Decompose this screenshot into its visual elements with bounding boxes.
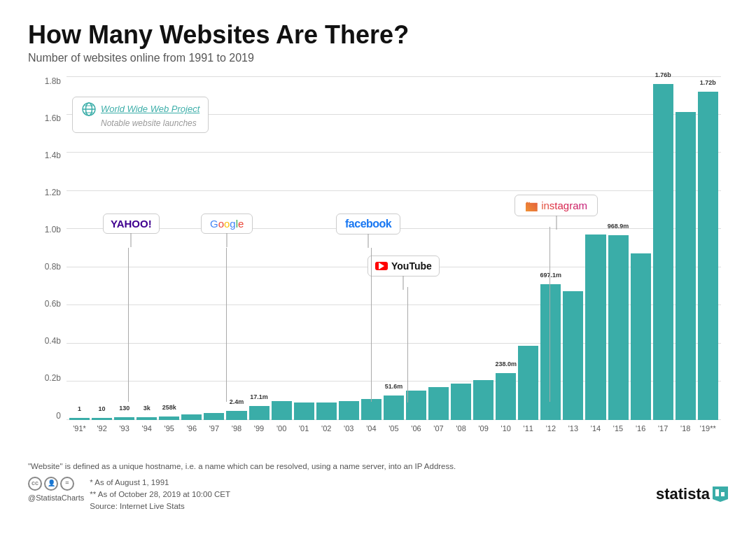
bar-group <box>406 77 426 420</box>
svg-marker-6 <box>713 499 728 502</box>
x-label: '00 <box>272 424 292 433</box>
x-label: '04 <box>361 424 382 433</box>
legend-sublabel: Notable website launches <box>81 118 200 128</box>
bar <box>451 384 471 419</box>
x-label: '10 <box>496 424 516 433</box>
y-label-08: 0.8b <box>45 262 61 271</box>
bar <box>585 234 606 420</box>
bar-value-label: 258k <box>162 404 176 411</box>
svg-rect-8 <box>721 492 724 496</box>
bar-group <box>451 77 471 420</box>
bar-group <box>316 77 337 420</box>
statista-flag-icon <box>713 486 728 502</box>
bar: 968.9m <box>608 235 629 420</box>
x-axis: '91*'92'93'94'95'96'97'98'99'00'01'02'03… <box>66 420 721 455</box>
bar: 238.0m <box>496 373 516 419</box>
svg-rect-5 <box>713 486 728 499</box>
bar-group: 1.76b <box>653 77 673 420</box>
bar-value-label: 10 <box>99 405 106 412</box>
bar-value-label: 238.0m <box>495 360 517 368</box>
bar: 2.4m <box>226 411 246 419</box>
bar-group <box>518 77 538 420</box>
x-label: '02 <box>316 424 337 433</box>
yahoo-label: YAHOO! <box>111 218 152 230</box>
bar-value-label: 17.1m <box>250 393 268 400</box>
facebook-label: facebook <box>345 218 391 230</box>
bar-group <box>339 77 359 420</box>
google-connector <box>226 248 227 402</box>
bar-group <box>473 77 493 420</box>
x-label: '18 <box>676 424 696 433</box>
x-label: '09 <box>473 424 493 433</box>
bar-value-label: 130 <box>119 405 130 412</box>
bar-group <box>631 77 651 420</box>
legend-label: World Wide Web Project <box>101 104 200 114</box>
y-label-02: 0.2b <box>45 374 61 382</box>
footer-left: cc 👤 = @StatistaCharts * As of August 1,… <box>28 475 230 513</box>
yahoo-connector <box>128 248 129 402</box>
bar-group <box>294 77 314 420</box>
bar-value-label: 1.72b <box>700 79 716 86</box>
bar-group <box>428 77 449 420</box>
bar-group <box>563 77 583 420</box>
facebook-connector <box>371 248 372 402</box>
footer-note2: ** As of October 28, 2019 at 10:00 CET <box>90 489 230 500</box>
x-label: '05 <box>384 424 404 433</box>
chart-inner: 1101303k258k2.4m17.1m51.6m238.0m697.1m96… <box>66 77 721 420</box>
svg-rect-7 <box>715 489 719 496</box>
y-label-10: 1.0b <box>45 225 61 234</box>
bar <box>294 402 314 420</box>
bar-group <box>272 77 292 420</box>
y-label-04: 0.4b <box>45 337 61 345</box>
bar <box>428 387 449 420</box>
bar <box>518 346 538 419</box>
bar <box>316 402 337 420</box>
bar-group: 1.72b <box>698 77 718 420</box>
x-label: '94 <box>136 424 157 433</box>
x-label: '14 <box>585 424 606 433</box>
y-label-16: 1.6b <box>45 114 61 122</box>
bar <box>406 391 426 420</box>
youtube-label: YouTube <box>375 260 432 272</box>
x-label: '98 <box>226 424 246 433</box>
bar <box>181 414 202 419</box>
statista-brand: statista <box>656 482 710 505</box>
y-label-18: 1.8b <box>45 77 61 85</box>
chart-title: How Many Websites Are There? <box>28 21 728 49</box>
bar-value-label: 3k <box>144 405 150 412</box>
cc-icons: cc 👤 = <box>28 477 84 491</box>
x-label: '92 <box>92 424 112 433</box>
person-icon: 👤 <box>44 477 58 491</box>
footer-note1: * As of August 1, 1991 <box>90 477 230 489</box>
bar: 1.76b <box>653 84 673 419</box>
bar-value-label: 697.1m <box>540 272 562 279</box>
x-label: '17 <box>653 424 673 433</box>
bar-value-label: 51.6m <box>385 383 403 390</box>
bar <box>361 399 382 419</box>
bar-group: 2.4m <box>226 77 246 420</box>
bar <box>676 112 696 420</box>
x-label: '97 <box>204 424 224 433</box>
equals-icon: = <box>60 477 74 491</box>
bar-group: 697.1m <box>540 77 561 420</box>
bar: 697.1m <box>540 284 561 420</box>
chart-subtitle: Number of websites online from 1991 to 2… <box>28 52 728 64</box>
x-label: '95 <box>159 424 179 433</box>
x-label: '06 <box>406 424 426 433</box>
x-label: '13 <box>563 424 583 433</box>
bar <box>563 291 583 420</box>
bar-value-label: 1 <box>78 405 81 412</box>
footer-bottom: cc 👤 = @StatistaCharts * As of August 1,… <box>28 475 728 513</box>
y-label-0: 0 <box>56 412 61 420</box>
google-label: Google <box>210 218 244 230</box>
globe-icon <box>81 102 97 117</box>
bar <box>631 253 651 420</box>
bar-group: 968.9m <box>608 77 629 420</box>
bar <box>272 401 292 420</box>
x-label: '96 <box>181 424 202 433</box>
x-label: '01 <box>294 424 314 433</box>
x-label: '03 <box>339 424 359 433</box>
y-axis: 0 0.2b 0.4b 0.6b 0.8b 1.0b 1.2b 1.4b 1.6… <box>28 77 66 420</box>
y-label-14: 1.4b <box>45 151 61 160</box>
bar: 1.72b <box>698 92 718 419</box>
